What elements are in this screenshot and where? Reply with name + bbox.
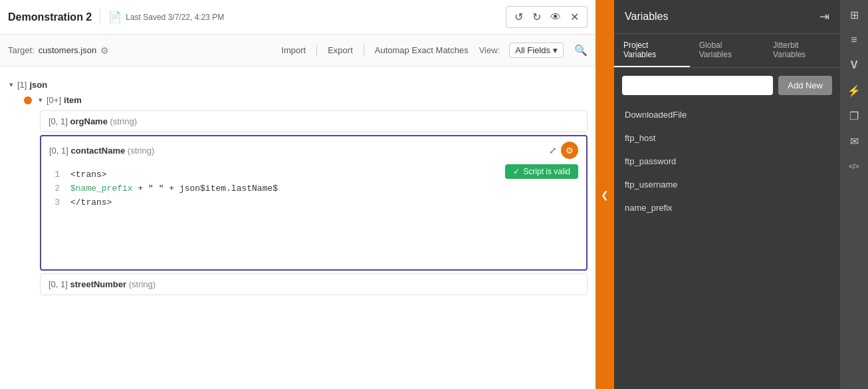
undo-button[interactable]: ↺ (510, 9, 527, 25)
automap-button[interactable]: Automap Exact Matches (364, 41, 479, 59)
target-filename: customers.json (39, 45, 96, 55)
search-input-wrap: 🔍 (622, 76, 773, 95)
variable-item-downloaded-file[interactable]: DownloadedFile (614, 103, 840, 126)
left-collapse-button[interactable]: ❮ (596, 0, 614, 389)
project-title: Demonstration 2 (8, 11, 92, 23)
import-button[interactable]: Import (271, 41, 316, 59)
code-editor[interactable]: 1 <trans> 2 $name_prefix + " " + json$it… (41, 163, 586, 269)
checkmark-icon: ✓ (513, 167, 520, 176)
preview-button[interactable]: 👁 (546, 10, 565, 25)
copy-tool-button[interactable]: ❐ (842, 104, 866, 128)
tab-global-variables[interactable]: Global Variables (690, 34, 764, 67)
sidebar-title: Variables (625, 11, 669, 23)
sidebar-collapse-button[interactable]: ⇥ (819, 9, 829, 24)
variable-item-name-prefix[interactable]: name_prefix (614, 196, 840, 219)
left-collapse-icon: ❮ (601, 190, 609, 200)
main-area: Demonstration 2 📄 Last Saved 3/7/22, 4:2… (0, 0, 596, 389)
contactname-type: (string) (128, 146, 154, 156)
orgname-bracket: [0, 1] (49, 116, 68, 126)
secondarybar: Target: customers.json ⚙ Import Export A… (0, 35, 596, 66)
valid-text: Script is valid (523, 167, 570, 176)
view-value: All Fields (515, 45, 550, 55)
code-line-3: 3 </trans> (49, 196, 578, 210)
json-root-row: ▾ [1] json (8, 77, 588, 92)
variable-search-input[interactable] (622, 76, 773, 95)
add-new-button[interactable]: Add New (778, 76, 832, 95)
sidebar-search-row: 🔍 Add New (614, 68, 840, 100)
contactname-key: contactName (71, 146, 126, 156)
content-area: ▾ [1] json ▾ [0+] item [0, 1] orgName (s… (0, 66, 596, 389)
sidebar-header: Variables ⇥ (614, 0, 840, 34)
contactname-script-box: [0, 1] contactName (string) ⤢ ⚙ ✓ Script… (40, 135, 588, 271)
streetnumber-field-box: [0, 1] streetNumber (string) (40, 273, 588, 295)
topbar: Demonstration 2 📄 Last Saved 3/7/22, 4:2… (0, 0, 596, 35)
search-icon-button[interactable]: 🔍 (574, 44, 588, 57)
tab-project-variables[interactable]: Project Variables (614, 34, 690, 67)
root-bracket: [1] (17, 80, 27, 90)
line-num-3: 3 (49, 196, 60, 210)
close-button[interactable]: ✕ (566, 9, 583, 25)
line-num-2: 2 (49, 182, 60, 196)
code-tool-button[interactable]: </> (842, 154, 866, 178)
tab-jitterbit-variables[interactable]: Jitterbit Variables (764, 34, 840, 67)
code-line-1: 1 <trans> (49, 168, 578, 182)
variable-list: DownloadedFile ftp_host ftp_password ftp… (614, 100, 840, 389)
view-label: View: (479, 45, 500, 55)
root-collapse-btn[interactable]: ▾ (8, 80, 15, 89)
orgname-key: orgName (70, 116, 108, 126)
tool-strip: ⊞ ≡ V ⚡ ❐ ✉ </> (840, 0, 868, 389)
script-run-button[interactable]: ⚙ (561, 142, 578, 159)
script-box-header: [0, 1] contactName (string) ⤢ ⚙ (41, 136, 586, 163)
mail-tool-button[interactable]: ✉ (842, 129, 866, 153)
code-content-2: $name_prefix + " " + json$item.lastName$ (70, 182, 278, 196)
topbar-saved: 📄 Last Saved 3/7/22, 4:23 PM (108, 11, 224, 23)
code-content-3: </trans> (70, 196, 112, 210)
variable-item-ftp-username[interactable]: ftp_username (614, 173, 840, 196)
item-key: item (64, 95, 82, 105)
topbar-actions: ↺ ↻ 👁 ✕ (506, 6, 588, 28)
contactname-bracket: [0, 1] (49, 146, 68, 156)
export-button[interactable]: Export (317, 41, 364, 59)
orgname-type: (string) (110, 116, 137, 126)
streetnumber-key: streetNumber (70, 279, 127, 289)
sidebar-tabs: Project Variables Global Variables Jitte… (614, 34, 840, 68)
secondary-actions: Import Export Automap Exact Matches (271, 41, 479, 59)
gear-icon[interactable]: ⚙ (100, 45, 109, 56)
root-key: json (29, 80, 47, 90)
saved-doc-icon: 📄 (108, 11, 122, 23)
topbar-divider (100, 9, 100, 25)
valid-badge: ✓ Script is valid (505, 164, 578, 179)
json-item-row: ▾ [0+] item (24, 92, 588, 108)
last-saved-text: Last Saved 3/7/22, 4:23 PM (126, 13, 224, 22)
code-content-1: <trans> (70, 168, 107, 182)
variable-item-ftp-host[interactable]: ftp_host (614, 126, 840, 150)
item-bracket: [0+] (47, 95, 61, 105)
orange-dot-icon (24, 96, 32, 104)
expand-icon[interactable]: ⤢ (549, 145, 557, 156)
chevron-down-icon: ▾ (553, 45, 558, 55)
code-var-name-prefix: $name_prefix (70, 184, 133, 194)
streetnumber-bracket: [0, 1] (49, 279, 68, 289)
line-num-1: 1 (49, 168, 60, 182)
plug-tool-button[interactable]: ⚡ (842, 78, 866, 102)
item-collapse-btn[interactable]: ▾ (37, 96, 44, 104)
right-sidebar: Variables ⇥ Project Variables Global Var… (614, 0, 840, 389)
script-box-actions: ⤢ ⚙ (549, 142, 578, 159)
streetnumber-type: (string) (129, 279, 156, 289)
code-line-2: 2 $name_prefix + " " + json$item.lastNam… (49, 182, 578, 196)
list-tool-button[interactable]: ≡ (842, 28, 866, 52)
variable-item-ftp-password[interactable]: ftp_password (614, 150, 840, 173)
grid-tool-button[interactable]: ⊞ (842, 3, 866, 27)
contactname-header-left: [0, 1] contactName (string) (49, 146, 154, 156)
view-select[interactable]: All Fields ▾ (509, 43, 564, 58)
view-row: View: All Fields ▾ 🔍 (479, 43, 588, 58)
target-label: Target: (8, 45, 35, 55)
redo-button[interactable]: ↻ (528, 9, 545, 25)
v-tool-button[interactable]: V (842, 53, 866, 77)
orgname-field-box: [0, 1] orgName (string) (40, 110, 588, 132)
code-str-concat: + " " + json$item.lastName$ (133, 184, 278, 194)
